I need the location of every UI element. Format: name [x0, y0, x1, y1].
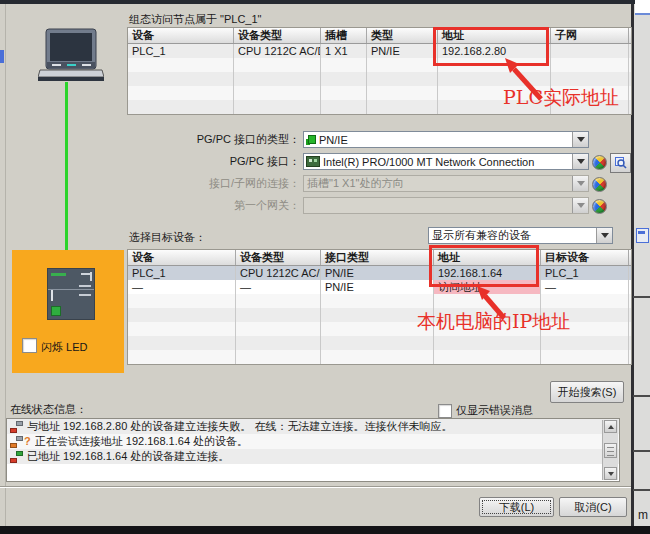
connection-trying-icon — [10, 436, 23, 448]
magnifier-icon — [615, 157, 627, 169]
pc-laptop-icon — [38, 26, 104, 84]
dropdown-arrow — [572, 176, 588, 191]
target-device-table: 设备 设备类型 接口类型 地址 目标设备 PLC_1 CPU 1212C AC/… — [127, 249, 632, 365]
table-row-empty[interactable] — [128, 58, 631, 72]
pgpc-interface-select[interactable]: Intel(R) PRO/1000 MT Network Connection — [303, 153, 589, 170]
subnet-connection-label: 接口/子网的连接： — [130, 175, 300, 192]
properties-ball-icon[interactable] — [592, 177, 607, 192]
question-mark-icon: ? — [24, 434, 31, 449]
status-scrollbar[interactable] — [602, 420, 618, 480]
cell-interface-type: PN/IE — [321, 266, 434, 280]
cell-subnet — [551, 44, 629, 58]
pgpc-interface-label: PG/PC 接口： — [130, 153, 300, 170]
online-status-label: 在线状态信息： — [10, 402, 87, 417]
background-window-top-edge — [0, 0, 637, 4]
cell-device-type: — — [236, 280, 321, 294]
browse-network-button[interactable] — [610, 153, 631, 173]
status-row[interactable]: 已地址 192.168.1.64 处的设备建立连接。 — [7, 449, 619, 464]
cell-target-device: — — [541, 280, 629, 294]
dropdown-arrow[interactable] — [572, 154, 588, 169]
table-row[interactable]: — — PN/IE 访问地址 — — [128, 280, 631, 294]
pc-address-annotation: 本机电脑的IP地址 — [417, 309, 570, 335]
background-accent-line — [635, 13, 650, 15]
download-button[interactable]: 下载(L) — [479, 497, 554, 517]
cell-slot: 1 X1 — [321, 44, 367, 58]
filter-value: 显示所有兼容的设备 — [429, 228, 596, 243]
cell-device: PLC_1 — [128, 44, 234, 58]
connection-line — [65, 82, 68, 268]
footer-separator — [0, 486, 631, 488]
dropdown-arrow[interactable] — [572, 132, 588, 147]
cell-device: — — [128, 280, 236, 294]
select-target-label: 选择目标设备： — [129, 230, 206, 245]
scroll-up-button[interactable] — [604, 420, 617, 433]
table-row-empty[interactable] — [128, 72, 631, 86]
connection-ok-icon — [10, 451, 23, 463]
column-header: 设备类型 — [236, 250, 321, 265]
left-blue-marker — [0, 50, 4, 63]
divider — [633, 450, 650, 452]
column-header: 类型 — [367, 28, 438, 43]
cell-type: PN/IE — [367, 44, 438, 58]
cell-interface-type: PN/IE — [321, 280, 434, 294]
column-header: 接口类型 — [321, 250, 434, 265]
flash-led-label: 闪烁 LED — [41, 340, 87, 355]
status-row[interactable]: ? 正在尝试连接地址 192.168.1.64 处的设备。 — [7, 434, 619, 449]
pnie-icon — [306, 135, 316, 145]
status-text: 正在尝试连接地址 192.168.1.64 处的设备。 — [35, 434, 248, 449]
status-text: 已地址 192.168.1.64 处的设备建立连接。 — [27, 449, 229, 464]
dropdown-arrow — [572, 198, 588, 213]
background-toolbar-icon — [636, 228, 649, 243]
table-row-empty[interactable] — [128, 350, 631, 364]
compatible-devices-filter[interactable]: 显示所有兼容的设备 — [428, 227, 613, 244]
background-letter: m — [638, 508, 648, 522]
cell-device-type: CPU 1212C AC/D... — [234, 44, 321, 58]
properties-ball-icon[interactable] — [592, 155, 607, 170]
dropdown-arrow[interactable] — [596, 228, 612, 243]
column-header: 设备 — [128, 250, 236, 265]
subnet-connection-select: 插槽"1 X1"处的方向 — [303, 175, 589, 192]
cell-target-device: PLC_1 — [541, 266, 629, 280]
table-row-selected[interactable]: PLC_1 CPU 1212C AC/D... PN/IE 192.168.1.… — [128, 266, 631, 280]
only-errors-checkbox[interactable] — [438, 404, 452, 418]
subnet-connection-value: 插槽"1 X1"处的方向 — [304, 176, 572, 191]
config-table-header: 设备 设备类型 插槽 类型 地址 子网 — [128, 28, 631, 44]
status-text: 与地址 192.168.2.80 处的设备建立连接失败。 在线：无法建立连接。连… — [27, 419, 452, 434]
pgpc-interface-value: Intel(R) PRO/1000 MT Network Connection — [320, 156, 572, 168]
cell-device: PLC_1 — [128, 266, 236, 280]
status-row[interactable]: 与地址 192.168.2.80 处的设备建立连接失败。 在线：无法建立连接。连… — [7, 419, 619, 434]
screen-bottom-bar — [0, 526, 650, 534]
table-row-empty[interactable] — [128, 336, 631, 350]
plc-address-annotation: PLC实际地址 — [503, 85, 619, 111]
divider — [633, 489, 650, 491]
scroll-thumb[interactable] — [604, 443, 617, 458]
table-row-empty[interactable] — [128, 294, 631, 308]
target-table-header: 设备 设备类型 接口类型 地址 目标设备 — [128, 250, 631, 266]
download-to-device-dialog: 闪烁 LED 组态访问节点属于 "PLC_1" 设备 设备类型 插槽 类型 地址… — [0, 0, 650, 534]
scroll-down-button[interactable] — [604, 467, 617, 480]
column-header: 设备类型 — [234, 28, 321, 43]
pgpc-type-select[interactable]: PN/IE — [303, 131, 589, 148]
pgpc-type-value: PN/IE — [316, 134, 572, 146]
gateway-select — [303, 197, 589, 214]
table-row[interactable]: PLC_1 CPU 1212C AC/D... 1 X1 PN/IE 192.1… — [128, 44, 631, 58]
column-header: 子网 — [551, 28, 629, 43]
connection-failed-icon — [10, 421, 23, 433]
only-errors-label: 仅显示错误消息 — [456, 403, 533, 418]
background-window-strip — [634, 4, 650, 526]
divider — [633, 395, 650, 397]
background-corner — [635, 0, 650, 13]
pgpc-type-label: PG/PC 接口的类型： — [130, 131, 300, 148]
plc-led — [51, 306, 61, 316]
cell-device-type: CPU 1212C AC/D... — [236, 266, 321, 280]
config-table-title: 组态访问节点属于 "PLC_1" — [129, 12, 262, 27]
gateway-label: 第一个网关： — [130, 197, 300, 214]
cancel-button[interactable]: 取消(C) — [559, 497, 627, 517]
pc-address-highlight-box — [429, 245, 539, 287]
network-card-icon — [306, 156, 320, 167]
start-search-button[interactable]: 开始搜索(S) — [550, 381, 624, 403]
status-message-list: 与地址 192.168.2.80 处的设备建立连接失败。 在线：无法建立连接。连… — [6, 418, 620, 482]
flash-led-checkbox[interactable] — [22, 338, 37, 353]
column-header: 目标设备 — [541, 250, 629, 265]
properties-ball-icon[interactable] — [592, 199, 607, 214]
